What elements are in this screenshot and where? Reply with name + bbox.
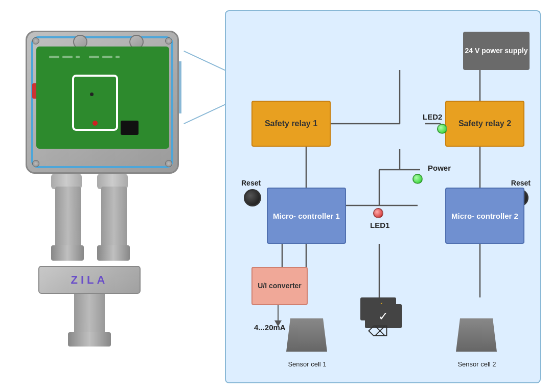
pcb-red-dot xyxy=(93,121,98,126)
power-supply-box: 24 V power supply xyxy=(463,32,530,70)
power-supply-label: 24 V power supply xyxy=(465,46,528,55)
device-illustration: ZILA xyxy=(10,15,194,363)
pcb-small-dot xyxy=(90,93,94,96)
mc1-label: Micro- controller 1 xyxy=(273,211,340,221)
pipe-nut-left xyxy=(51,245,84,261)
ui-converter-box: U/I converter xyxy=(251,267,308,305)
usb-trident-icon: ⌫ xyxy=(368,323,388,340)
screw-tl xyxy=(32,37,39,44)
brand-text: ZILA xyxy=(71,273,108,287)
arrow-line xyxy=(278,305,279,320)
reset-left-button[interactable] xyxy=(244,189,261,206)
reset-left-label: Reset xyxy=(241,179,261,187)
pipe-nut-right xyxy=(97,245,130,261)
bottom-pipe xyxy=(74,294,105,335)
pcb-usb-port xyxy=(121,121,139,135)
screw-bl xyxy=(32,160,39,167)
screw-tr xyxy=(165,37,172,44)
sensor-cell-1-label: Sensor cell 1 xyxy=(279,360,335,368)
safety-relay-2-box: Safety relay 2 xyxy=(445,101,524,147)
screw-br xyxy=(165,160,172,167)
pipe-body-left xyxy=(55,187,81,248)
safety-relay-1-box: Safety relay 1 xyxy=(251,101,331,147)
led1-dot xyxy=(373,208,383,218)
ui-converter-label: U/I converter xyxy=(258,281,302,290)
sensor-cell-2-shape xyxy=(456,318,497,352)
diagram-area: 24 V power supply Safety relay 1 Safety … xyxy=(225,10,541,383)
led2-dot xyxy=(437,124,447,134)
relay2-label: Safety relay 2 xyxy=(458,119,511,128)
usb-symbol-icon: ✓ xyxy=(378,309,388,324)
microcontroller-2-box: Micro- controller 2 xyxy=(445,188,524,244)
reset-right-label: Reset xyxy=(511,179,531,187)
power-led-dot xyxy=(412,174,423,184)
pcb-board xyxy=(36,47,169,149)
sensor-cell-1-shape xyxy=(286,318,327,352)
device-body xyxy=(26,31,179,174)
current-label: 4...20mA xyxy=(254,323,286,332)
power-label: Power xyxy=(428,164,451,172)
mc2-label: Micro- controller 2 xyxy=(451,211,518,221)
led1-label: LED1 xyxy=(370,221,389,229)
pcb-lines xyxy=(49,56,120,58)
connection-line-side xyxy=(179,61,181,113)
pipe-body-right xyxy=(101,187,127,248)
led2-label: LED2 xyxy=(423,112,442,121)
microcontroller-1-box: Micro- controller 1 xyxy=(267,188,346,244)
sensor-cell-2-label: Sensor cell 2 xyxy=(449,360,505,368)
zila-label: ZILA xyxy=(38,266,141,294)
bottom-nut xyxy=(68,332,111,347)
relay1-label: Safety relay 1 xyxy=(265,119,317,128)
